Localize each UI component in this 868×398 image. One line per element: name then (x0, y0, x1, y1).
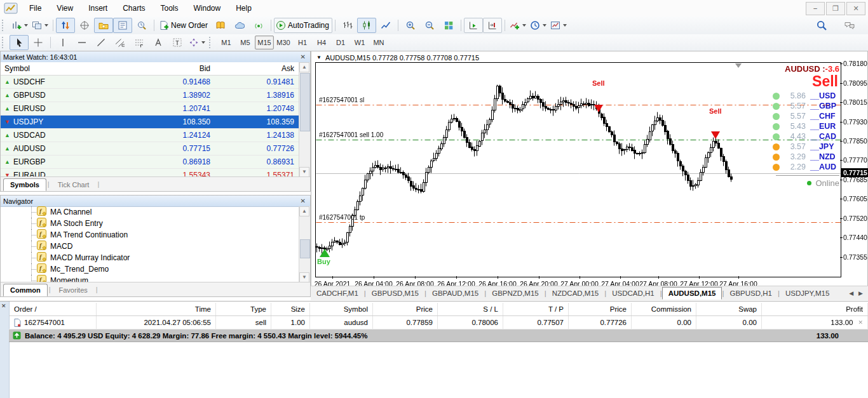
strategy-tester-button[interactable] (132, 18, 151, 33)
navigator-scrollbar[interactable]: ▲ ▼ (299, 206, 310, 282)
templates-button[interactable] (548, 18, 569, 33)
candle-chart-button[interactable] (357, 18, 376, 33)
column-header-s-l[interactable]: S / L (438, 303, 503, 315)
chart-tab-gbpaud-m15[interactable]: GBPAUD,M15 (426, 288, 484, 299)
bar-chart-button[interactable] (338, 18, 357, 33)
column-header-order-[interactable]: Order / (9, 303, 97, 315)
chevron-down-icon[interactable] (201, 41, 205, 44)
tab-favorites[interactable]: Favorites (52, 284, 95, 296)
timeframe-d1[interactable]: D1 (331, 36, 350, 50)
column-header-time[interactable]: Time (97, 303, 216, 315)
chart-tab-nzdcad-m15[interactable]: NZDCAD,M15 (546, 288, 604, 299)
column-header-price[interactable]: Price (373, 303, 438, 315)
close-icon[interactable]: ✕ (299, 197, 308, 204)
close-icon[interactable]: ✕ (299, 53, 308, 60)
market-watch-row-audusd[interactable]: ▲AUDUSD0.777150.77726 (1, 142, 299, 156)
charts-cloud-button[interactable] (230, 18, 249, 33)
market-watch-row-usdchf[interactable]: ▲USDCHF0.914680.91481 (1, 76, 299, 89)
market-watch-scrollbar[interactable]: ▲ ▼ (299, 62, 310, 177)
new-order-button[interactable]: New Order (157, 18, 211, 33)
chart-shift-button[interactable] (483, 18, 502, 33)
chart-tab-gbpusd-h1[interactable]: GBPUSD,H1 (724, 288, 777, 299)
chart-tab-gbpusd-m15[interactable]: GBPUSD,M15 (366, 288, 424, 299)
horizontal-line-tool[interactable] (72, 35, 92, 50)
timeframe-m30[interactable]: M30 (274, 36, 293, 50)
arrows-tool[interactable] (187, 35, 207, 50)
column-header-profit[interactable]: Profit (762, 303, 868, 315)
data-window-button[interactable] (75, 18, 94, 33)
market-watch-row-usdcad[interactable]: ▲USDCAD1.241241.24138 (1, 129, 299, 142)
menu-view[interactable]: View (49, 1, 81, 15)
timeframe-h1[interactable]: H1 (293, 36, 312, 50)
fibonacci-tool[interactable] (130, 35, 149, 50)
navigator-item-ma-stoch-entry[interactable]: fMA Stoch Entry (1, 218, 299, 229)
minimize-button[interactable]: – (806, 2, 825, 15)
close-button[interactable]: ✕ (846, 2, 865, 15)
close-icon[interactable]: ✕ (1, 303, 6, 309)
autotrading-button[interactable]: AutoTrading (274, 18, 332, 33)
chart-tab-gbpnzd-m15[interactable]: GBPNZD,M15 (486, 288, 545, 299)
navigator-toggle[interactable] (94, 18, 113, 33)
timeframe-m1[interactable]: M1 (217, 36, 236, 50)
menu-charts[interactable]: Charts (115, 1, 153, 15)
menu-help[interactable]: Help (228, 1, 259, 15)
market-watch-row-gbpusd[interactable]: ▲GBPUSD1.389021.38916 (1, 89, 299, 102)
chevron-down-icon[interactable] (563, 24, 567, 27)
zoom-in-button[interactable] (401, 18, 420, 33)
tab-common[interactable]: Common (3, 284, 48, 296)
chevron-down-icon[interactable] (24, 24, 28, 27)
timeframe-m5[interactable]: M5 (236, 36, 255, 50)
tab-tick-chart[interactable]: Tick Chart (51, 178, 97, 191)
signals-button[interactable] (249, 18, 268, 33)
market-watch-toggle[interactable] (56, 18, 75, 33)
menu-tools[interactable]: Tools (153, 1, 186, 15)
column-header-t-p[interactable]: T / P (503, 303, 569, 315)
order-row-1627547001[interactable]: 16275470012021.04.27 05:06:55sell1.00aud… (9, 316, 868, 329)
column-header-symbol[interactable]: Symbol (310, 303, 373, 315)
timeframe-w1[interactable]: W1 (350, 36, 369, 50)
tab-scroll-right-icon[interactable]: ▶ (858, 290, 863, 296)
scroll-down-icon[interactable]: ▼ (299, 167, 309, 177)
chart-plot-area[interactable]: AUDUSD :-3.6 Sell 5.86__USD5.57__GBP5.57… (315, 62, 843, 277)
trendline-tool[interactable] (92, 35, 111, 50)
timeframe-h4[interactable]: H4 (312, 36, 331, 50)
navigator-item-macd-murray-indicator[interactable]: fMACD Murray Indicator (1, 252, 299, 263)
new-chart-button[interactable] (10, 18, 30, 33)
navigator-item-ma-channel[interactable]: fMA Channel (1, 206, 299, 218)
profiles-button[interactable] (30, 18, 50, 33)
scroll-down-icon[interactable]: ▼ (299, 272, 309, 282)
terminal-toggle[interactable] (113, 18, 132, 33)
chevron-down-icon[interactable] (44, 24, 48, 27)
text-tool[interactable] (149, 35, 168, 50)
chart-tab-cadchf-m1[interactable]: CADCHF,M1 (311, 288, 364, 299)
text-label-tool[interactable] (168, 35, 187, 50)
metaeditor-button[interactable] (211, 18, 230, 33)
indicators-button[interactable] (508, 18, 528, 33)
vertical-line-tool[interactable] (53, 35, 72, 50)
periods-button[interactable] (528, 18, 548, 33)
column-header-type[interactable]: Type (216, 303, 271, 315)
chart-tab-usdjpy-m15[interactable]: USDJPY,M15 (780, 288, 835, 299)
column-header-size[interactable]: Size (271, 303, 310, 315)
column-header-price[interactable]: Price (569, 303, 632, 315)
tile-windows-button[interactable] (439, 18, 458, 33)
equidistant-channel-tool[interactable] (111, 35, 130, 50)
timeframe-mn[interactable]: MN (369, 36, 388, 50)
close-position-icon[interactable]: ✕ (858, 316, 863, 329)
navigator-item-mc-trend-demo[interactable]: fMc_Trend_Demo (1, 263, 299, 275)
search-button[interactable] (812, 18, 831, 33)
chevron-down-icon[interactable] (522, 24, 526, 27)
zoom-out-button[interactable] (420, 18, 439, 33)
market-watch-row-eurusd[interactable]: ▲EURUSD1.207411.20748 (1, 102, 299, 116)
tab-symbols[interactable]: Symbols (3, 178, 46, 191)
menu-file[interactable]: File (22, 1, 49, 15)
chevron-down-icon[interactable] (543, 24, 546, 27)
cursor-tool[interactable] (10, 35, 29, 50)
price-scale[interactable]: 0.781800.780950.780150.779300.778500.777… (841, 62, 867, 277)
crosshair-tool[interactable] (29, 35, 48, 50)
tab-scroll-left-icon[interactable]: ◀ (849, 290, 853, 296)
menu-window[interactable]: Window (186, 1, 229, 15)
menu-insert[interactable]: Insert (81, 1, 115, 15)
timeframe-m15[interactable]: M15 (255, 36, 274, 50)
chart-tab-audusd-m15[interactable]: AUDUSD,M15 (662, 287, 722, 300)
